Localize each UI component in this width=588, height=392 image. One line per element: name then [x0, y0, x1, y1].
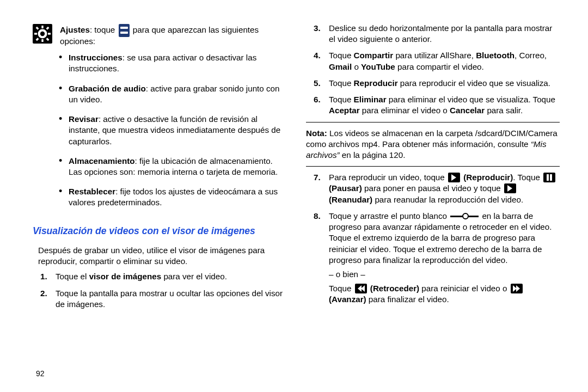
step-number: 6. [314, 94, 321, 105]
t-bold: YouTube [361, 62, 395, 71]
ajustes-item: Ajustes: toque para que aparezcan las si… [33, 23, 286, 47]
pause-icon [543, 173, 555, 182]
progress-dot-icon [450, 211, 479, 221]
two-columns: Ajustes: toque para que aparezcan las si… [33, 23, 560, 315]
step-3: 3. Deslice su dedo horizontalmente por l… [306, 23, 560, 45]
step-number: 3. [314, 23, 321, 34]
play-icon [448, 173, 460, 182]
note-rule-top [306, 122, 560, 122]
t: para utilizar AllShare, [393, 51, 476, 60]
step-5: 5. Toque Reproducir para reproducir el v… [306, 78, 560, 89]
t-bold: Reproducir [354, 78, 398, 88]
ajustes-text: Ajustes: toque para que aparezcan las si… [60, 23, 286, 47]
step-6: 6. Toque Eliminar para eliminar el video… [306, 94, 560, 116]
bullet-title: Revisar [69, 114, 99, 124]
t: Los videos se almacenan en la carpeta /s… [306, 128, 558, 149]
bullet-restablecer: Restablecer: fije todos los ajustes de v… [59, 186, 286, 208]
section-heading: Visualización de videos con el visor de … [33, 225, 286, 237]
t-bold: (Pausar) [329, 183, 362, 193]
step-2: 2. Toque la pantalla para mostrar u ocul… [33, 288, 286, 310]
intro-paragraph: Después de grabar un video, utilice el v… [38, 245, 284, 267]
t-bold: (Reanudar) [329, 195, 372, 204]
right-steps-b: 7. Para reproducir un video, toque (Repr… [306, 172, 560, 305]
t: , Correo, [514, 51, 547, 60]
t: Toque [329, 284, 354, 293]
t: para reanudar la reproducción del video. [372, 195, 523, 204]
t-bold: Compartir [354, 51, 394, 60]
t: para compartir el video. [395, 62, 484, 71]
step-text: Toque Compartir para utilizar AllShare, … [329, 51, 547, 71]
t: para reiniciar el video o [419, 284, 509, 293]
step-number: 4. [314, 50, 321, 61]
step-4: 4. Toque Compartir para utilizar AllShar… [306, 50, 560, 72]
t: para ver el video. [161, 272, 227, 281]
t-bold: (Retroceder) [368, 284, 420, 293]
step-number: 7. [314, 172, 321, 183]
note-label: Nota: [306, 128, 327, 138]
t: Para reproducir un video, toque [329, 173, 447, 182]
t: Toque [329, 95, 354, 104]
ajustes-colon: : toque [90, 25, 118, 34]
step-number: 8. [314, 211, 321, 222]
t: para eliminar el video que se visualiza.… [387, 95, 555, 104]
manual-page: Ajustes: toque para que aparezcan las si… [0, 0, 588, 392]
svg-rect-4 [34, 33, 37, 34]
t: . Toque [513, 173, 542, 182]
bullet-revisar: Revisar: active o desactive la función d… [59, 114, 286, 147]
t: Toque el [56, 272, 89, 281]
t-bold: (Avanzar) [329, 295, 366, 304]
step-text: Deslice su dedo horizontalmente por la p… [329, 23, 552, 44]
step-1: 1. Toque el visor de imágenes para ver e… [33, 271, 286, 282]
svg-rect-5 [48, 33, 51, 34]
step-number: 1. [40, 271, 47, 282]
svg-rect-2 [41, 26, 43, 28]
t-bold: Gmail [329, 62, 352, 71]
t: Toque y arrastre el punto blanco [329, 211, 449, 220]
t: en la página 120. [340, 150, 406, 160]
step-number: 5. [314, 78, 321, 89]
t: para finalizar el video. [366, 295, 449, 304]
t-bold: visor de imágenes [89, 272, 162, 281]
step-text: Toque Reproducir para reproducir el vide… [329, 78, 550, 88]
t: Toque [329, 51, 354, 60]
fast-forward-icon [511, 284, 523, 293]
right-column: 3. Deslice su dedo horizontalmente por l… [306, 23, 560, 315]
t: para salir. [485, 106, 523, 115]
step-number: 2. [40, 288, 47, 299]
step-text: Toque y arrastre el punto blanco en la b… [329, 211, 560, 304]
settings-bullet-list: Instrucciones: se usa para activar o des… [59, 52, 286, 208]
rewind-icon [355, 284, 367, 293]
or-divider: – o bien – [329, 269, 560, 280]
right-steps-a: 3. Deslice su dedo horizontalmente por l… [306, 23, 560, 117]
t-bold: Cancelar [450, 106, 485, 115]
bullet-title: Almacenamiento [69, 156, 135, 166]
ajustes-label: Ajustes [60, 25, 90, 34]
step-text: Toque la pantalla para mostrar u ocultar… [56, 289, 283, 309]
t-bold: Eliminar [354, 95, 387, 104]
t-bold: Bluetooth [476, 51, 514, 60]
svg-rect-3 [41, 39, 43, 42]
svg-point-10 [40, 32, 45, 36]
t: para eliminar el video o [360, 106, 450, 115]
left-column: Ajustes: toque para que aparezcan las si… [33, 23, 286, 315]
bullet-grabacion-audio: Grabación de audio: active para grabar s… [59, 83, 286, 105]
note-block: Nota: Los videos se almacenan en la carp… [306, 128, 560, 161]
bullet-title: Restablecer [69, 187, 115, 196]
note-rule-bottom [306, 166, 560, 167]
step-8: 8. Toque y arrastre el punto blanco en l… [306, 211, 560, 305]
note-body: Los videos se almacenan en la carpeta /s… [306, 128, 558, 160]
play-icon [504, 183, 516, 193]
t: para poner en pausa el video y toque [362, 183, 503, 193]
step-7: 7. Para reproducir un video, toque (Repr… [306, 172, 560, 205]
step-text: Toque el visor de imágenes para ver el v… [56, 272, 227, 281]
bullet-instrucciones: Instrucciones: se usa para activar o des… [59, 52, 286, 74]
step-text: Para reproducir un video, toque (Reprodu… [329, 173, 556, 204]
bullet-title: Grabación de audio [69, 84, 146, 93]
bullet-rest: : active o desactive la función de revis… [69, 114, 280, 145]
step-text: Toque Eliminar para eliminar el video qu… [329, 95, 555, 115]
t-bold: Aceptar [329, 106, 360, 115]
sliders-icon [119, 24, 130, 37]
t-bold: (Reproducir) [461, 173, 513, 182]
t: para reproducir el video que se visualiz… [398, 78, 550, 88]
t: Toque [329, 78, 354, 88]
